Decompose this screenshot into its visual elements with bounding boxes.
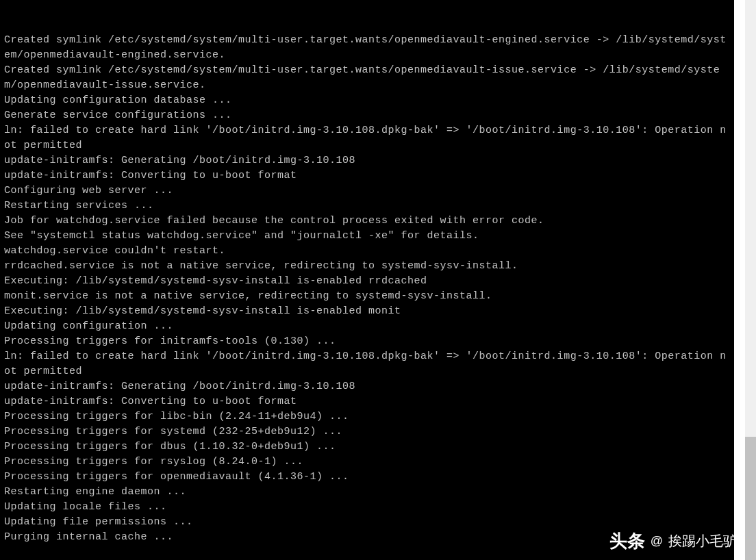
watermark: 头条 @ 挨踢小毛驴: [609, 529, 737, 553]
terminal-line: See "systemctl status watchdog.service" …: [4, 229, 730, 244]
terminal-line: ln: failed to create hard link '/boot/in…: [4, 123, 730, 153]
terminal-line: Created symlink /etc/systemd/system/mult…: [4, 63, 730, 93]
terminal-line: update-initramfs: Converting to u-boot f…: [4, 168, 730, 183]
terminal-line: Updating locale files ...: [4, 500, 730, 515]
terminal-line: Processing triggers for libc-bin (2.24-1…: [4, 409, 730, 424]
terminal-output[interactable]: Created symlink /etc/systemd/system/mult…: [0, 0, 745, 560]
terminal-line: Updating configuration database ...: [4, 93, 730, 108]
terminal-line: Processing triggers for initramfs-tools …: [4, 334, 730, 349]
terminal-line: Processing triggers for openmediavault (…: [4, 470, 730, 485]
terminal-line: rrdcached.service is not a native servic…: [4, 259, 730, 274]
watermark-logo: 头条: [609, 529, 645, 553]
terminal-line: Updating file permissions ...: [4, 515, 730, 530]
terminal-line: Created symlink /etc/systemd/system/mult…: [4, 33, 730, 63]
watermark-at: @: [651, 534, 663, 548]
terminal-line: update-initramfs: Converting to u-boot f…: [4, 394, 730, 409]
watermark-logo-text: 头条: [609, 529, 645, 553]
terminal-line: Configuring web server ...: [4, 183, 730, 199]
terminal-line: Processing triggers for systemd (232-25+…: [4, 424, 730, 440]
terminal-line: ln: failed to create hard link '/boot/in…: [4, 349, 730, 379]
terminal-line: Generate service configurations ...: [4, 108, 730, 123]
terminal-line: monit.service is not a native service, r…: [4, 289, 730, 304]
terminal-line: Restarting engine daemon ...: [4, 485, 730, 500]
scrollbar-thumb[interactable]: [745, 437, 756, 560]
terminal-line: update-initramfs: Generating /boot/initr…: [4, 153, 730, 168]
terminal-line: Processing triggers for rsyslog (8.24.0-…: [4, 455, 730, 470]
terminal-line: Restarting services ...: [4, 199, 730, 214]
scrollbar-track[interactable]: [745, 0, 756, 560]
terminal-line: Processing triggers for dbus (1.10.32-0+…: [4, 440, 730, 455]
terminal-line: Executing: /lib/systemd/systemd-sysv-ins…: [4, 304, 730, 319]
terminal-line: update-initramfs: Generating /boot/initr…: [4, 379, 730, 394]
terminal-line: Executing: /lib/systemd/systemd-sysv-ins…: [4, 274, 730, 289]
terminal-line: watchdog.service couldn't restart.: [4, 244, 730, 259]
terminal-line: Updating configuration ...: [4, 319, 730, 334]
terminal-line: Job for watchdog.service failed because …: [4, 214, 730, 229]
watermark-username: 挨踢小毛驴: [668, 532, 737, 550]
